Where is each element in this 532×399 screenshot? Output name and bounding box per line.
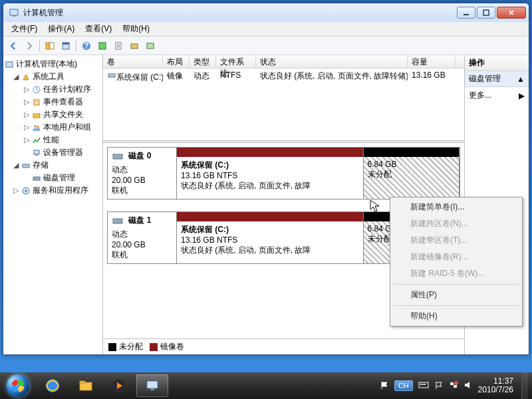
svg-rect-31 [80,382,92,390]
ctx-new-spanned-volume[interactable]: 新建跨区卷(N)... [392,215,521,232]
export-list-button[interactable] [111,39,126,53]
tree-shared-folders[interactable]: ▷共享文件夹 [5,108,101,121]
col-fs[interactable]: 文件系统 [216,55,256,68]
help-button[interactable]: ? [79,39,94,53]
tree-task-scheduler[interactable]: ▷任务计划程序 [5,83,101,96]
actions-more[interactable]: 更多...▶ [465,87,529,104]
start-button[interactable] [0,372,36,399]
disk-0-label[interactable]: 磁盘 0 动态 20.00 GB 联机 [108,148,177,199]
keyboard-icon[interactable] [418,381,429,391]
svg-rect-37 [420,384,422,385]
window-title: 计算机管理 [23,7,457,19]
volume-list[interactable]: 卷 布局 类型 文件系统 状态 容量 系统保留 (C:) 镜像 动态 NTFS … [103,55,464,140]
volume-icon [107,70,116,80]
show-desktop-button[interactable] [521,372,528,399]
volume-row[interactable]: 系统保留 (C:) 镜像 动态 NTFS 状态良好 (系统, 启动, 页面文件,… [103,68,464,85]
ctx-help[interactable]: 帮助(H) [392,308,521,325]
tree-system-tools[interactable]: ◢系统工具 [5,70,101,83]
col-capacity[interactable]: 容量 [408,55,456,68]
refresh-button[interactable] [95,39,110,53]
tree-device-manager[interactable]: 设备管理器 [5,146,101,159]
forward-button[interactable] [22,39,37,53]
app-icon [9,7,19,18]
svg-rect-16 [34,100,39,105]
svg-point-26 [25,190,27,192]
menu-action[interactable]: 操作(A) [43,22,80,36]
disk-1-partition-c[interactable]: 系统保留 (C:) 13.16 GB NTFS 状态良好 (系统, 启动, 页面… [177,221,364,263]
taskbar-media-player[interactable] [103,374,135,397]
menu-file[interactable]: 文件(F) [6,22,43,36]
svg-rect-0 [10,9,18,15]
menubar: 文件(F) 操作(A) 查看(V) 帮助(H) [3,22,529,37]
minimize-button[interactable] [457,7,475,19]
svg-text:?: ? [84,41,88,51]
ctx-new-raid5-volume[interactable]: 新建 RAID-5 卷(W)... [392,265,521,282]
back-button[interactable] [6,39,21,53]
legend: 未分配 镜像卷 [103,338,464,354]
tree-event-viewer[interactable]: ▷事件查看器 [5,96,101,108]
tree-services-apps[interactable]: ▷服务和应用程序 [5,184,101,197]
taskbar-computer-management[interactable] [136,374,168,397]
svg-rect-34 [147,381,158,388]
ctx-new-striped-volume[interactable]: 新建带区卷(T)... [392,232,521,249]
nav-tree[interactable]: 计算机管理(本地) ◢系统工具 ▷任务计划程序 ▷事件查看器 ▷共享文件夹 ▷本… [3,55,103,354]
show-hide-tree-button[interactable] [43,39,57,53]
svg-point-19 [37,126,39,128]
taskbar-ie[interactable] [37,374,68,397]
svg-rect-7 [63,43,69,45]
volume-icon[interactable] [464,380,473,392]
close-button[interactable] [497,7,526,19]
svg-rect-12 [131,44,138,49]
windows-orb-icon [7,374,29,397]
menu-view[interactable]: 查看(V) [80,22,117,36]
svg-rect-39 [424,384,426,385]
toolbar-icon-2[interactable] [143,39,158,53]
disk-0-partition-c[interactable]: 系统保留 (C:) 13.16 GB NTFS 状态良好 (系统, 启动, 页面… [177,157,364,199]
disk-icon [112,215,124,229]
maximize-button[interactable] [477,7,495,19]
col-status[interactable]: 状态 [256,55,408,68]
volume-list-header[interactable]: 卷 布局 类型 文件系统 状态 容量 [103,55,464,68]
svg-rect-14 [6,62,13,67]
disk-0-unallocated[interactable]: 6.84 GB 未分配 [364,157,460,199]
tree-performance[interactable]: ▷性能 [5,134,101,146]
disk-icon [112,150,124,164]
toolbar-icon-1[interactable] [127,39,142,53]
toolbar: ? [3,37,529,55]
col-layout[interactable]: 布局 [163,55,190,68]
svg-rect-20 [33,128,40,131]
tree-root[interactable]: 计算机管理(本地) [5,58,101,70]
tree-storage[interactable]: ◢存储 [5,159,101,172]
actions-section-diskmgmt[interactable]: 磁盘管理▲ [465,71,529,87]
svg-rect-1 [13,15,15,17]
disk-1-label[interactable]: 磁盘 1 动态 20.00 GB 联机 [108,212,177,263]
taskbar[interactable]: CH 11:37 2010/7/26 [0,372,532,399]
ctx-properties[interactable]: 属性(P) [392,287,521,303]
clock[interactable]: 11:37 2010/7/26 [478,377,516,394]
svg-rect-5 [50,43,54,49]
svg-rect-13 [147,43,154,49]
tray-flag-icon[interactable] [380,380,389,392]
network-icon[interactable] [449,380,458,392]
chevron-right-icon: ▶ [519,91,525,100]
tree-disk-management[interactable]: 磁盘管理 [5,172,101,184]
disk-0-row: 磁盘 0 动态 20.00 GB 联机 系统保留 (C:) 13.16 GB N… [107,147,460,200]
svg-rect-29 [113,219,122,223]
col-volume[interactable]: 卷 [103,55,163,68]
ctx-new-simple-volume[interactable]: 新建简单卷(I)... [392,199,521,215]
action-center-icon[interactable] [434,380,444,392]
menu-help[interactable]: 帮助(H) [117,22,155,36]
tree-local-users[interactable]: ▷本地用户和组 [5,121,101,134]
svg-rect-24 [33,177,40,180]
svg-rect-32 [80,381,85,383]
svg-rect-35 [150,388,154,390]
svg-rect-23 [23,164,29,168]
properties-button[interactable] [59,39,73,53]
legend-mirror-swatch [150,343,158,351]
col-type[interactable]: 类型 [190,55,216,68]
ime-indicator[interactable]: CH [394,380,413,391]
titlebar[interactable]: 计算机管理 [3,3,529,22]
ctx-new-mirrored-volume[interactable]: 新建镜像卷(R)... [392,249,521,265]
legend-unallocated-swatch [108,343,116,351]
taskbar-explorer[interactable] [70,374,102,397]
